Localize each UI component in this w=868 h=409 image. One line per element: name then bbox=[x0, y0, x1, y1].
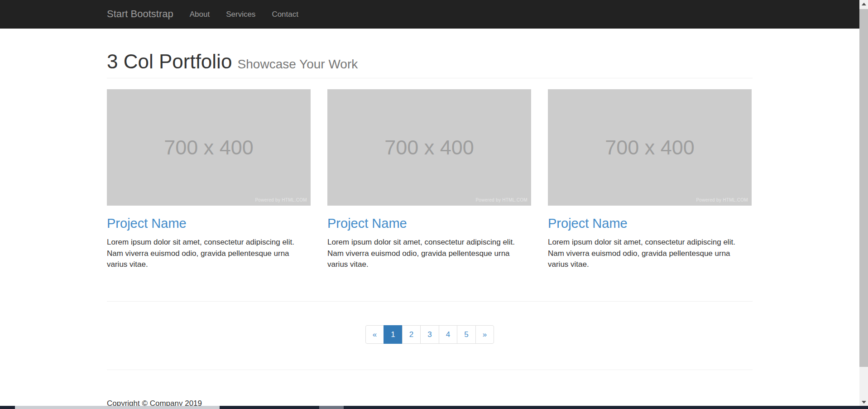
pagination-page-2: 2 bbox=[403, 325, 421, 344]
placeholder-image-label: 700 x 400 bbox=[164, 136, 254, 159]
pagination-page-1: 1 bbox=[384, 325, 402, 344]
pagination-next: » bbox=[476, 325, 494, 344]
placeholder-watermark: Powered by HTML.COM bbox=[475, 197, 528, 202]
portfolio-item-1: 700 x 400 Powered by HTML.COM Project Na… bbox=[107, 89, 311, 270]
nav-item-services: Services bbox=[218, 0, 264, 28]
scroll-down-arrow-icon bbox=[862, 401, 866, 404]
pagination-prev: « bbox=[365, 325, 384, 344]
pagination-page-5-button[interactable]: 5 bbox=[457, 325, 475, 344]
placeholder-watermark: Powered by HTML.COM bbox=[255, 197, 307, 202]
pagination-wrapper: « 1 2 3 4 5 » bbox=[107, 325, 753, 344]
bottom-strip-light-segment bbox=[15, 406, 220, 409]
placeholder-image-label: 700 x 400 bbox=[605, 136, 695, 159]
project-3-title-link[interactable]: Project Name bbox=[548, 216, 628, 231]
project-3-description: Lorem ipsum dolor sit amet, consectetur … bbox=[548, 237, 752, 270]
placeholder-image-label: 700 x 400 bbox=[384, 136, 474, 159]
page-subtitle: Showcase Your Work bbox=[238, 57, 358, 71]
scroll-up-arrow-icon bbox=[862, 3, 866, 5]
nav-link-contact[interactable]: Contact bbox=[264, 0, 307, 29]
scrollbar-up-button[interactable] bbox=[859, 0, 868, 8]
project-1-title: Project Name bbox=[107, 216, 311, 231]
pagination-page-1-button[interactable]: 1 bbox=[384, 325, 402, 344]
nav-link-about[interactable]: About bbox=[182, 0, 218, 29]
portfolio-row: 700 x 400 Powered by HTML.COM Project Na… bbox=[107, 89, 753, 270]
section-divider bbox=[107, 301, 753, 302]
navbar-menu: About Services Contact bbox=[182, 0, 307, 28]
pagination-next-button[interactable]: » bbox=[475, 325, 494, 344]
nav-link-services[interactable]: Services bbox=[218, 0, 264, 29]
project-1-title-link[interactable]: Project Name bbox=[107, 216, 187, 231]
project-2-title: Project Name bbox=[327, 216, 531, 231]
pagination-prev-button[interactable]: « bbox=[365, 325, 384, 344]
pagination-page-4-button[interactable]: 4 bbox=[439, 325, 457, 344]
page-header: 3 Col Portfolio Showcase Your Work bbox=[107, 51, 753, 78]
project-3-title: Project Name bbox=[548, 216, 752, 231]
scrollbar-thumb[interactable] bbox=[859, 9, 868, 367]
vertical-scrollbar[interactable] bbox=[859, 0, 868, 409]
portfolio-item-3: 700 x 400 Powered by HTML.COM Project Na… bbox=[548, 89, 752, 270]
pagination-page-2-button[interactable]: 2 bbox=[402, 325, 421, 344]
bottom-strip-gray-segment bbox=[319, 406, 344, 409]
page-title-text: 3 Col Portfolio bbox=[107, 50, 232, 72]
navbar-brand[interactable]: Start Bootstrap bbox=[107, 0, 173, 28]
scrollbar-down-button[interactable] bbox=[859, 398, 868, 406]
nav-item-contact: Contact bbox=[264, 0, 307, 28]
pagination-page-3: 3 bbox=[421, 325, 439, 344]
portfolio-item-2: 700 x 400 Powered by HTML.COM Project Na… bbox=[327, 89, 531, 270]
project-2-title-link[interactable]: Project Name bbox=[327, 216, 407, 231]
bottom-edge-strip bbox=[0, 406, 868, 409]
pagination: « 1 2 3 4 5 » bbox=[365, 325, 494, 344]
project-2-image-link[interactable]: 700 x 400 Powered by HTML.COM bbox=[327, 89, 531, 206]
project-2-description: Lorem ipsum dolor sit amet, consectetur … bbox=[327, 237, 531, 270]
pagination-page-5: 5 bbox=[457, 325, 475, 344]
project-1-description: Lorem ipsum dolor sit amet, consectetur … bbox=[107, 237, 311, 270]
project-3-image-link[interactable]: 700 x 400 Powered by HTML.COM bbox=[548, 89, 752, 206]
pagination-page-4: 4 bbox=[439, 325, 457, 344]
page-title: 3 Col Portfolio Showcase Your Work bbox=[107, 51, 753, 72]
pagination-page-3-button[interactable]: 3 bbox=[420, 325, 439, 344]
footer-divider bbox=[107, 370, 753, 370]
placeholder-watermark: Powered by HTML.COM bbox=[696, 197, 748, 202]
project-1-image-link[interactable]: 700 x 400 Powered by HTML.COM bbox=[107, 89, 311, 206]
nav-item-about: About bbox=[182, 0, 218, 28]
browser-page: Start Bootstrap About Services Contact 3… bbox=[0, 0, 859, 409]
top-navbar: Start Bootstrap About Services Contact bbox=[0, 0, 859, 29]
